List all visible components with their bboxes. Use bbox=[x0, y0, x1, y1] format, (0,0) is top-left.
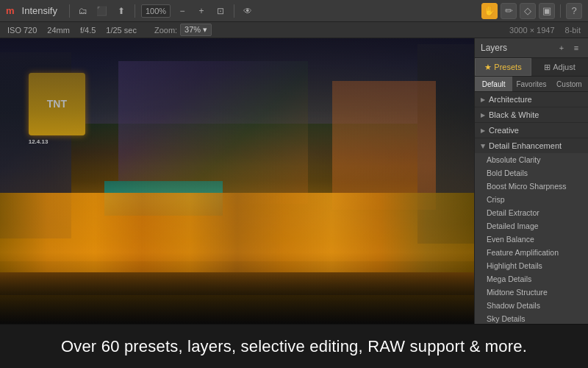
category-detail-header[interactable]: ▶ Detail Enhancement bbox=[475, 138, 588, 153]
tab-bar: ★ Presets ⊞ Adjust bbox=[475, 58, 588, 77]
chevron-icon: ▶ bbox=[481, 96, 485, 103]
zoom-control: Zoom: 37% ▾ bbox=[154, 24, 212, 36]
preset-bold-details[interactable]: Bold Details bbox=[475, 166, 588, 180]
fit-icon[interactable]: ⊡ bbox=[213, 4, 228, 18]
main-area: TNT 12.4.13 bbox=[0, 38, 588, 324]
caption-text: Over 60 presets, layers, selective editi… bbox=[61, 337, 527, 356]
sep-2 bbox=[135, 4, 135, 18]
tab-adjust[interactable]: ⊞ Adjust bbox=[531, 58, 588, 76]
photo-area: TNT 12.4.13 bbox=[0, 38, 474, 324]
zoom-in-icon[interactable]: + bbox=[194, 4, 209, 18]
preset-midtone-structure[interactable]: Midtone Structure bbox=[475, 286, 588, 299]
hand-icon[interactable]: ✋ bbox=[481, 3, 498, 19]
photo-background: TNT 12.4.13 bbox=[0, 38, 474, 324]
preset-feature-amplification[interactable]: Feature Amplification bbox=[475, 246, 588, 259]
preset-highlight-details[interactable]: Highlight Details bbox=[475, 259, 588, 272]
subtab-custom[interactable]: Custom bbox=[551, 77, 588, 91]
help-icon[interactable]: ? bbox=[566, 3, 582, 19]
brush-icon[interactable]: ◇ bbox=[520, 3, 536, 19]
category-architecture-label: Architecture bbox=[489, 95, 532, 104]
chevron-icon: ▶ bbox=[481, 112, 485, 118]
star-icon: ★ bbox=[484, 63, 492, 72]
category-detail-label: Detail Enhancement bbox=[489, 141, 562, 150]
preset-detail-extractor[interactable]: Detail Extractor bbox=[475, 206, 588, 219]
category-architecture: ▶ Architecture bbox=[475, 92, 588, 107]
caption-bar: Over 60 presets, layers, selective editi… bbox=[0, 324, 588, 368]
zoom-out-icon[interactable]: − bbox=[175, 4, 190, 18]
tab-presets[interactable]: ★ Presets bbox=[475, 58, 531, 76]
folder-icon[interactable]: 🗂 bbox=[76, 4, 90, 18]
category-detail-enhancement: ▶ Detail Enhancement Absolute Clarity Bo… bbox=[475, 138, 588, 324]
preset-crisp[interactable]: Crisp bbox=[475, 193, 588, 206]
chevron-icon: ▶ bbox=[481, 127, 485, 134]
pen-icon[interactable]: ✏ bbox=[501, 3, 517, 19]
sep-4 bbox=[560, 4, 561, 18]
chevron-open-icon: ▶ bbox=[480, 144, 487, 148]
app-logo: m bbox=[6, 5, 15, 16]
adjust-icon: ⊞ bbox=[544, 63, 551, 72]
image-dimensions: 3000 × 1947 bbox=[509, 26, 554, 35]
preset-shadow-details[interactable]: Shadow Details bbox=[475, 299, 588, 312]
add-layer-button[interactable]: + bbox=[556, 42, 567, 54]
focal-length: 24mm bbox=[47, 26, 70, 35]
detail-items: Absolute Clarity Bold Details Boost Micr… bbox=[475, 153, 588, 324]
metabar: ISO 720 24mm f/4.5 1/25 sec Zoom: 37% ▾ … bbox=[0, 22, 588, 38]
panel-header: Layers + ≡ bbox=[475, 38, 588, 58]
subtab-default[interactable]: Default bbox=[475, 77, 512, 91]
preset-mega-details[interactable]: Mega Details bbox=[475, 272, 588, 286]
category-black-white-header[interactable]: ▶ Black & White bbox=[475, 107, 588, 122]
right-panel: Layers + ≡ ★ Presets ⊞ Adjust Default Fa… bbox=[474, 38, 588, 324]
category-black-white: ▶ Black & White bbox=[475, 107, 588, 123]
right-icons: ✋ ✏ ◇ ▣ ? bbox=[481, 3, 582, 19]
aperture-value: f/4.5 bbox=[80, 26, 96, 35]
photo-overlay bbox=[0, 38, 474, 324]
toolbar: m Intensify 🗂 ⬛ ⬆ 100% − + ⊡ 👁 ✋ ✏ ◇ ▣ ? bbox=[0, 0, 588, 22]
panel-title: Layers bbox=[481, 43, 507, 53]
zoom-label: Zoom: bbox=[154, 26, 177, 35]
preset-list: ▶ Architecture ▶ Black & White ▶ Creativ… bbox=[475, 92, 588, 324]
category-black-white-label: Black & White bbox=[489, 110, 539, 119]
share-icon[interactable]: ⬆ bbox=[114, 4, 129, 18]
subtab-bar: Default Favorites Custom bbox=[475, 77, 588, 92]
panel-actions: + ≡ bbox=[556, 42, 582, 54]
tab-adjust-label: Adjust bbox=[553, 63, 576, 71]
preset-even-balance[interactable]: Even Balance bbox=[475, 233, 588, 246]
panel-menu-button[interactable]: ≡ bbox=[570, 42, 582, 54]
preset-sky-details[interactable]: Sky Details bbox=[475, 312, 588, 324]
sep-3 bbox=[234, 4, 234, 18]
category-creative-header[interactable]: ▶ Creative bbox=[475, 123, 588, 138]
subtab-favorites[interactable]: Favorites bbox=[512, 77, 550, 91]
compare-icon[interactable]: ▣ bbox=[539, 3, 555, 19]
preset-absolute-clarity[interactable]: Absolute Clarity bbox=[475, 153, 588, 166]
tab-presets-label: Presets bbox=[494, 63, 521, 71]
iso-value: ISO 720 bbox=[7, 26, 37, 35]
zoom-value[interactable]: 37% ▾ bbox=[180, 24, 212, 36]
bit-depth: 8-bit bbox=[565, 26, 581, 35]
shutter-speed: 1/25 sec bbox=[106, 26, 137, 35]
app-name: Intensify bbox=[22, 5, 57, 16]
category-creative-label: Creative bbox=[489, 126, 519, 135]
sep-1 bbox=[69, 4, 70, 18]
preset-detailed-image[interactable]: Detailed Image bbox=[475, 219, 588, 233]
category-architecture-header[interactable]: ▶ Architecture bbox=[475, 92, 588, 107]
eye-icon[interactable]: 👁 bbox=[240, 4, 255, 18]
photo-canvas: TNT 12.4.13 bbox=[0, 38, 474, 324]
category-creative: ▶ Creative bbox=[475, 123, 588, 138]
preset-boost-micro[interactable]: Boost Micro Sharpness bbox=[475, 180, 588, 193]
import-icon[interactable]: ⬛ bbox=[95, 4, 110, 18]
zoom-percent: 100% bbox=[141, 4, 171, 18]
